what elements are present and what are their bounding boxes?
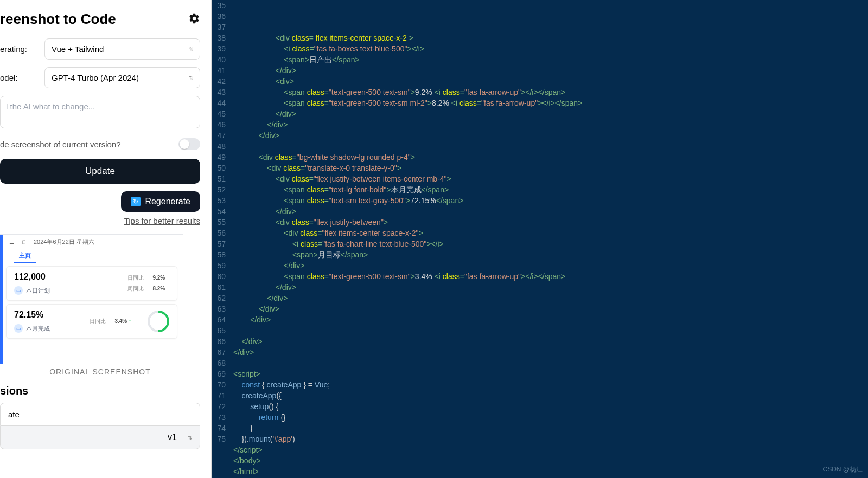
model-label: odel: [0, 73, 38, 82]
code-editor[interactable]: 3536373839404142434445464748495051525354… [212, 0, 868, 478]
preview-card-1: 112,000 ▭本日计划 日同比 9.2% ↑ 周同比 8.2% ↑ [6, 266, 177, 301]
include-screenshot-label: de screenshot of current version? [0, 140, 121, 149]
version-label: v1 [168, 432, 177, 442]
model-value: GPT-4 Turbo (Apr 2024) [52, 73, 139, 82]
sidebar-panel: reenshot to Code erating: Vue + Tailwind… [0, 0, 212, 478]
preview-sidebar [0, 235, 3, 364]
preview-date: 2024年6月22日 星期六 [34, 238, 94, 246]
chart-icon: ▭ [14, 324, 23, 333]
regenerate-button[interactable]: ↻ Regenerate [121, 191, 200, 212]
preview-tab: 主页 [14, 249, 36, 263]
refresh-icon: ↻ [131, 197, 141, 206]
tips-link[interactable]: Tips for better results [0, 216, 200, 225]
original-screenshot-label: ORIGINAL SCREENSHOT [0, 367, 200, 376]
regenerate-label: Regenerate [145, 197, 190, 206]
version-item-1[interactable]: ate [0, 403, 200, 425]
clipboard-icon: ▭ [14, 286, 23, 295]
version-item-2[interactable]: v1⇅ [0, 425, 200, 449]
calendar-icon: 🗓 [21, 239, 27, 246]
progress-ring-icon [143, 306, 174, 337]
preview-card-2: 72.15% ▭本月完成 日同比 3.4% ↑ [6, 304, 177, 339]
prompt-input[interactable] [0, 96, 200, 128]
app-title: reenshot to Code [0, 11, 116, 28]
chevron-updown-icon: ⇅ [189, 46, 193, 52]
framework-value: Vue + Tailwind [52, 44, 104, 54]
menu-icon: ☰ [9, 238, 15, 246]
code-content: <div class= flex items-center space-x-2 … [233, 33, 868, 477]
model-select[interactable]: GPT-4 Turbo (Apr 2024) ⇅ [44, 67, 200, 88]
card1-value: 112,000 [14, 272, 50, 282]
chevron-updown-icon: ⇅ [189, 75, 193, 81]
update-button[interactable]: Update [0, 159, 200, 184]
watermark: CSDN @杨江 [822, 464, 863, 475]
line-gutter: 3536373839404142434445464748495051525354… [212, 0, 229, 444]
arrow-up-icon: ↑ [167, 275, 169, 281]
card2-value: 72.15% [14, 310, 50, 320]
preview-thumbnail: ☰ 🗓 2024年6月22日 星期六 主页 112,000 ▭本日计划 日同比 … [0, 234, 183, 364]
framework-select[interactable]: Vue + Tailwind ⇅ [44, 38, 200, 60]
arrow-up-icon: ↑ [167, 286, 169, 292]
chevron-updown-icon: ⇅ [188, 435, 192, 441]
arrow-up-icon: ↑ [129, 318, 131, 324]
include-screenshot-toggle[interactable] [178, 138, 200, 150]
versions-heading: sions [0, 385, 200, 397]
gear-icon[interactable] [188, 12, 200, 27]
generating-label: erating: [0, 44, 38, 54]
